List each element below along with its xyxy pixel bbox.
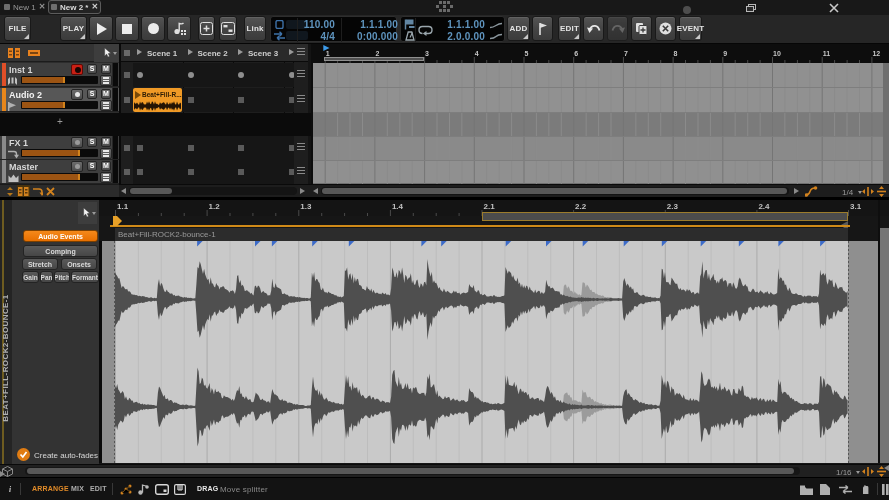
close-tab-icon[interactable]: ✕ [91, 4, 98, 10]
show-arranger-icon[interactable] [28, 48, 40, 58]
zoom-vertical-icon[interactable] [877, 186, 886, 197]
track-row-audio-2[interactable]: Audio 2SM [0, 88, 119, 112]
solo-button[interactable]: S [87, 161, 97, 171]
slot-stop-icon[interactable] [238, 145, 244, 151]
restore-window-button[interactable] [746, 4, 756, 13]
close-tab-icon[interactable]: ✕ [39, 4, 46, 10]
loop-length-value[interactable]: 2.0.0.00 [433, 31, 485, 42]
slot-record-dot[interactable] [188, 72, 194, 78]
close-window-button[interactable] [829, 3, 839, 13]
record-arm-button[interactable] [71, 161, 83, 172]
view-button-edit[interactable]: EDIT [90, 485, 107, 492]
arranger-vscroll[interactable] [883, 63, 889, 184]
playhead-time-value[interactable]: 0:00.000 [343, 31, 398, 42]
tab-new-1[interactable]: New 1 ✕ [2, 0, 47, 14]
piano-panel-icon[interactable] [882, 484, 889, 495]
track-name-label[interactable]: Master [9, 162, 38, 172]
delete-small-icon[interactable] [46, 187, 55, 196]
browser-folder-icon[interactable] [800, 485, 813, 495]
editor-hscroll-thumb[interactable] [27, 468, 794, 474]
scene-header[interactable]: Scene 3 [234, 44, 285, 62]
editor-loop-region[interactable] [482, 212, 849, 221]
punch-in-button[interactable] [198, 16, 215, 41]
loop-start-value[interactable]: 1.1.1.00 [433, 19, 485, 30]
slot-record-dot[interactable] [137, 72, 143, 78]
track-row-inst-1[interactable]: Inst 1SM [0, 63, 119, 87]
track-row-fx-1[interactable]: FX 1SM [0, 136, 119, 160]
record-arm-button[interactable] [71, 64, 83, 75]
mini-launcher-icon[interactable] [18, 187, 29, 196]
playhead-position-value[interactable]: 1.1.1.00 [343, 19, 398, 30]
edit-menu-button[interactable]: EDIT [558, 16, 581, 41]
solo-button[interactable]: S [87, 89, 97, 99]
play-menu-button[interactable]: PLAY [60, 16, 87, 41]
editor-tab-pitch[interactable]: Pitch [54, 271, 70, 283]
scene-menu-icon[interactable] [297, 48, 305, 57]
arranger-ruler[interactable]: 123456789101112 [311, 44, 889, 63]
tool-selector[interactable] [94, 44, 119, 62]
volume-fader[interactable] [21, 173, 98, 181]
display-rect-icon[interactable] [155, 484, 169, 495]
scene-header[interactable]: Scene 2 [184, 44, 235, 62]
view-button-mix[interactable]: MIX [71, 485, 84, 492]
io-arrows-icon[interactable] [839, 485, 852, 494]
stop-all-clips-button[interactable] [124, 50, 130, 56]
mapping-dots-icon[interactable] [120, 484, 132, 495]
add-track-area[interactable]: + [0, 113, 119, 136]
mute-button[interactable]: M [101, 64, 111, 74]
editor-tool-selector[interactable] [78, 202, 97, 224]
minimize-button[interactable] [683, 6, 691, 14]
piano-keys-icon[interactable] [174, 484, 186, 495]
audio-clip-beat-fill[interactable]: Beat+Fill-R... [133, 88, 182, 112]
volume-fader[interactable] [21, 101, 98, 109]
track-row-master[interactable]: MasterSM [0, 160, 119, 184]
event-start-marker-icon[interactable] [113, 216, 122, 226]
audio-event-header[interactable]: Beat+Fill-ROCK2-bounce-1 [115, 228, 848, 241]
slot-stop-icon[interactable] [188, 169, 194, 175]
event-menu-button[interactable]: EVENT [679, 16, 702, 41]
track-menu-button[interactable] [100, 100, 112, 111]
view-button-arrange[interactable]: ARRANGE [32, 485, 69, 492]
note-io-icon[interactable] [138, 484, 149, 495]
record-arm-button[interactable] [71, 137, 83, 148]
track-stop-button[interactable] [124, 72, 130, 78]
redo-button[interactable] [607, 16, 628, 41]
scroll-right-icon[interactable] [300, 188, 305, 194]
volume-fader[interactable] [21, 149, 98, 157]
follow-arrow-icon[interactable] [33, 187, 43, 196]
track-menu-button[interactable] [100, 148, 112, 159]
slot-stop-icon[interactable] [238, 97, 244, 103]
record-button[interactable] [141, 16, 165, 41]
scene-play-icon[interactable] [137, 49, 142, 55]
zoom-horizontal-icon[interactable] [862, 467, 874, 476]
scene-header[interactable] [285, 44, 295, 62]
automation-write-button[interactable] [167, 16, 191, 41]
editor-grid-size-label[interactable]: 1/16 [836, 468, 852, 477]
launcher-hscroll-thumb[interactable] [130, 188, 172, 194]
play-cursor-icon[interactable] [323, 45, 330, 51]
delete-button[interactable] [655, 16, 676, 41]
track-launcher-menu-icon[interactable] [297, 70, 305, 79]
editor-tab-comping[interactable]: Comping [23, 245, 98, 257]
zoom-horizontal-icon[interactable] [862, 187, 874, 196]
browser-file-icon[interactable] [820, 484, 830, 495]
link-button[interactable]: Link [244, 16, 266, 41]
stop-button[interactable] [115, 16, 139, 41]
editor-vscroll[interactable] [880, 228, 889, 463]
loop-range-bar[interactable] [324, 57, 423, 61]
tab-new-2[interactable]: New 2 * ✕ [48, 0, 101, 14]
editor-tab-gain[interactable]: Gain [22, 271, 39, 283]
zoom-vertical-icon[interactable] [877, 466, 886, 477]
track-menu-button[interactable] [100, 75, 112, 86]
undo-button[interactable] [583, 16, 604, 41]
track-launcher-menu-icon[interactable] [297, 95, 305, 104]
solo-button[interactable]: S [87, 137, 97, 147]
cube-icon[interactable] [2, 466, 13, 477]
track-launcher-menu-icon[interactable] [297, 167, 305, 176]
scroll-left-icon[interactable] [313, 188, 318, 194]
scene-header[interactable]: Scene 1 [133, 44, 184, 62]
time-signature-value[interactable]: 4/4 [299, 31, 335, 42]
solo-button[interactable]: S [87, 64, 97, 74]
scene-play-icon[interactable] [188, 49, 193, 55]
follow-playhead-icon[interactable] [805, 186, 818, 197]
